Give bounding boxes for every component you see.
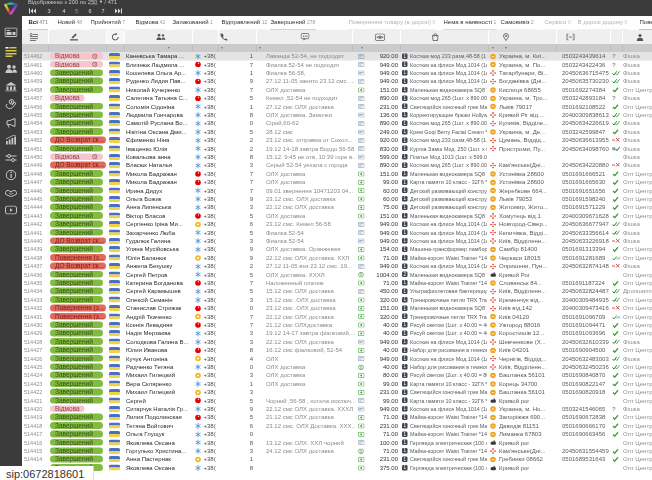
- client-name[interactable]: Анна Пастернак: [126, 455, 194, 463]
- client-phone[interactable]: +38(: [204, 69, 220, 77]
- filter-dropdown-3[interactable]: ▾: [361, 46, 363, 51]
- table-row[interactable]: 514443ЗавершенийВіктор Власов+38(5ОЛХ до…: [22, 212, 652, 220]
- tracking-number[interactable]: 20450636715475: [562, 69, 610, 77]
- order-status[interactable]: Відмова: [50, 60, 109, 68]
- order-status[interactable]: Завершений: [50, 186, 109, 194]
- order-status[interactable]: Завершений: [50, 380, 109, 388]
- tracking-number[interactable]: 0503241546065: [562, 405, 610, 413]
- order-status[interactable]: Завершений: [50, 455, 109, 463]
- tracking-number[interactable]: 20450634098760: [562, 144, 610, 152]
- tracking-number[interactable]: 0501690672838: [562, 413, 610, 421]
- client-phone[interactable]: +38(: [204, 279, 220, 287]
- client-name[interactable]: Руденко Лидия Пав...: [126, 77, 194, 85]
- status-pill[interactable]: Завершений: [50, 103, 103, 110]
- client-name[interactable]: Єфименко Ніна: [126, 136, 194, 144]
- client-phone[interactable]: +38(: [204, 422, 220, 430]
- client-name[interactable]: Власюк Наталья: [126, 161, 194, 169]
- status-pill[interactable]: Завершений: [50, 271, 103, 278]
- filter-dropdown-0[interactable]: ▾: [168, 46, 170, 51]
- tracking-number[interactable]: 20450634220880: [562, 161, 610, 169]
- table-row[interactable]: 514441ЗавершенийЗахарченко Люба+38(5Фиал…: [22, 228, 652, 236]
- status-pill[interactable]: Завершений: [50, 330, 103, 337]
- tracking-number[interactable]: 20450636613955: [562, 136, 610, 144]
- status-pill[interactable]: Відмова: [50, 95, 85, 102]
- table-row[interactable]: 514442ЗавершенийСергіенко Іріна Ми...+38…: [22, 220, 652, 228]
- client-phone[interactable]: +38(: [204, 111, 220, 119]
- client-phone[interactable]: +38(: [204, 228, 220, 236]
- order-status[interactable]: Завершений: [50, 329, 109, 337]
- status-pill[interactable]: Завершений: [50, 439, 103, 446]
- table-row[interactable]: 514414ЗавершенийАнна Пастернак+38(1231.0…: [22, 455, 652, 463]
- client-name[interactable]: Сергей: [126, 396, 194, 404]
- table-row[interactable]: 514453ЗавершенийНікітіна Оксана Дми...+3…: [22, 128, 652, 136]
- client-phone[interactable]: +38(: [204, 212, 220, 220]
- tab-4[interactable]: Запакований1: [172, 16, 213, 30]
- client-phone[interactable]: +38(: [204, 178, 220, 186]
- info-icon[interactable]: [0, 169, 22, 182]
- status-pill[interactable]: Завершений: [50, 279, 103, 286]
- page-button-3[interactable]: 3: [44, 7, 54, 15]
- status-pill[interactable]: Завершений: [50, 338, 103, 345]
- filter-dropdown-4[interactable]: ▾: [492, 46, 494, 51]
- client-name[interactable]: Віктор Власов: [126, 212, 194, 220]
- tracking-number[interactable]: 20400309671628: [562, 212, 610, 220]
- table-row[interactable]: 514455ЗавершенийЛюдмила Гончарова+38(8ОЛ…: [22, 111, 652, 119]
- client-name[interactable]: Микола Бадражан: [126, 178, 194, 186]
- order-status[interactable]: ДО Возврат ск...: [50, 136, 109, 144]
- order-status[interactable]: Завершений: [50, 170, 109, 178]
- client-phone[interactable]: +38(: [204, 119, 220, 127]
- table-row[interactable]: 514456ЗавершенийСоломія Сідоніна+38(127.…: [22, 102, 652, 110]
- client-name[interactable]: Лилия Подолинская: [126, 413, 194, 421]
- tracking-code-icon[interactable]: [562, 30, 580, 44]
- status-pill[interactable]: Завершений: [50, 246, 103, 253]
- status-pill[interactable]: Завершений: [50, 69, 103, 76]
- table-row[interactable]: 514438Повернення (з...Юлія Баланюк+38(92…: [22, 254, 652, 262]
- client-name[interactable]: Кучук Антоніна: [126, 354, 194, 362]
- table-row[interactable]: 514436ЗавершенийСергей Петров+38(5ОЛХ до…: [22, 270, 652, 278]
- table-row[interactable]: 514450ВідмоваКовальова анна+38(815.12. 9…: [22, 153, 652, 161]
- client-phone[interactable]: +38(: [204, 203, 220, 211]
- table-row[interactable]: 514418ЗавершенийТетяна Войтович+38(623.1…: [22, 422, 652, 430]
- client-phone[interactable]: +38(: [204, 296, 220, 304]
- table-row[interactable]: 514424ЗавершенийМихаил Гилецкий+38(3ОЛХ …: [22, 371, 652, 379]
- order-status[interactable]: Завершений: [50, 321, 109, 329]
- client-phone[interactable]: +38(: [204, 438, 220, 446]
- status-pill[interactable]: Завершений: [50, 288, 103, 295]
- client-phone[interactable]: +38(: [204, 170, 220, 178]
- client-name[interactable]: Сергей Петров: [126, 270, 194, 278]
- client-phone[interactable]: +38(: [204, 354, 220, 362]
- tab-7[interactable]: Повернення товару (в дорозі)0: [348, 16, 436, 30]
- client-phone[interactable]: +38(: [204, 136, 220, 144]
- tab-all[interactable]: Всі471: [28, 16, 48, 30]
- client-phone[interactable]: +38(: [204, 245, 220, 253]
- status-pill[interactable]: Завершений: [50, 321, 103, 328]
- tab-10[interactable]: Сервіси0: [544, 16, 571, 30]
- status-edit-icon[interactable]: [65, 30, 83, 44]
- client-phone[interactable]: +38(: [204, 447, 220, 455]
- partners-icon[interactable]: [0, 187, 22, 200]
- order-status[interactable]: Завершений: [50, 220, 109, 228]
- status-pill[interactable]: Завершений: [50, 111, 103, 118]
- client-name[interactable]: Сергіенко Іріна Ми...: [126, 220, 194, 228]
- finance-icon[interactable]: [0, 98, 22, 111]
- client-phone[interactable]: +38(: [204, 195, 220, 203]
- order-status[interactable]: Завершений: [50, 195, 109, 203]
- page-button-6[interactable]: 6: [85, 7, 95, 15]
- order-status[interactable]: Завершений: [50, 212, 109, 220]
- client-name[interactable]: Радченко Тетяна: [126, 363, 194, 371]
- tab-3[interactable]: Відмова42: [135, 16, 166, 30]
- client-name[interactable]: Сергей Карамышев: [126, 287, 194, 295]
- client-name[interactable]: Олексій Семанін: [126, 296, 194, 304]
- order-status[interactable]: Завершений: [50, 438, 109, 446]
- status-pill[interactable]: Завершений: [50, 86, 103, 93]
- table-row[interactable]: 514437ДО Возврат ск...Анжела Безушку+38(…: [22, 262, 652, 270]
- client-name[interactable]: Захарченко Люба: [126, 228, 194, 236]
- tracking-number[interactable]: 20450634226619: [562, 119, 610, 127]
- table-row[interactable]: 514423ЗавершенийВера Скляренко+38(1ОЛХ д…: [22, 380, 652, 388]
- table-row[interactable]: 514444ЗавершенийАнна Липенська+38(322.12…: [22, 203, 652, 211]
- client-name[interactable]: Близнюк Людмила ...: [126, 60, 194, 68]
- table-row[interactable]: 514448ЗавершенийМикола Бадражан+38(7ОЛХ …: [22, 170, 652, 178]
- table-row[interactable]: 514446ЗавершенийИрина Дидух+38(709.01 зв…: [22, 186, 652, 194]
- client-name[interactable]: Ольга Глущук: [126, 430, 194, 438]
- tracking-number[interactable]: 20400309484935: [562, 296, 610, 304]
